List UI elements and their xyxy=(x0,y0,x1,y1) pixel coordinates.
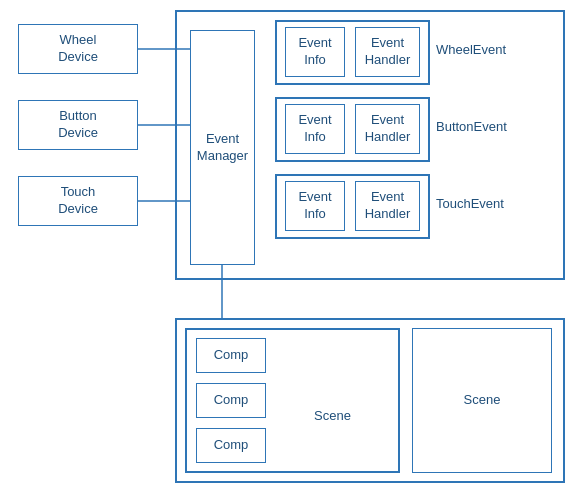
diagram: Wheel Device Button Device Touch Device … xyxy=(0,0,571,503)
touch-event-info-box: Event Info xyxy=(285,181,345,231)
comp3-label: Comp xyxy=(214,437,249,454)
wheel-device-label: Wheel Device xyxy=(58,32,98,66)
button-event-info-box: Event Info xyxy=(285,104,345,154)
vertical-connector xyxy=(221,265,223,320)
comp1-label: Comp xyxy=(214,347,249,364)
touch-event-text: TouchEvent xyxy=(436,196,504,211)
wheel-event-info-box: Event Info xyxy=(285,27,345,77)
scene-outer-label: Scene xyxy=(464,392,501,409)
comp3-box: Comp xyxy=(196,428,266,463)
touch-device-label: Touch Device xyxy=(58,184,98,218)
wheel-event-text: WheelEvent xyxy=(436,42,506,57)
comp2-box: Comp xyxy=(196,383,266,418)
button-device-label: Button Device xyxy=(58,108,98,142)
wheel-connector-line xyxy=(138,48,190,50)
event-manager-label: Event Manager xyxy=(197,131,248,165)
button-device-box: Button Device xyxy=(18,100,138,150)
button-event-handler-box: Event Handler xyxy=(355,104,420,154)
button-event-handler-label: Event Handler xyxy=(365,112,411,146)
touch-event-info-label: Event Info xyxy=(298,189,331,223)
event-manager-box: Event Manager xyxy=(190,30,255,265)
touch-event-handler-label: Event Handler xyxy=(365,189,411,223)
touch-connector-line xyxy=(138,200,190,202)
wheel-event-handler-label: Event Handler xyxy=(365,35,411,69)
wheel-event-info-label: Event Info xyxy=(298,35,331,69)
wheel-device-box: Wheel Device xyxy=(18,24,138,74)
button-event-text: ButtonEvent xyxy=(436,119,507,134)
button-connector-line xyxy=(138,124,190,126)
wheel-event-handler-box: Event Handler xyxy=(355,27,420,77)
scene-inner-label: Scene xyxy=(314,408,351,423)
comp1-box: Comp xyxy=(196,338,266,373)
touch-event-handler-box: Event Handler xyxy=(355,181,420,231)
comp2-label: Comp xyxy=(214,392,249,409)
scene-outer-box: Scene xyxy=(412,328,552,473)
touch-device-box: Touch Device xyxy=(18,176,138,226)
button-event-info-label: Event Info xyxy=(298,112,331,146)
scene-inner-area: Scene xyxy=(280,370,385,460)
